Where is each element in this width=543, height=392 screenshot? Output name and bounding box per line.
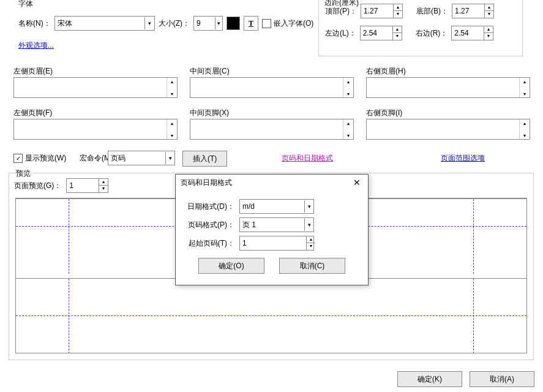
margin-right-spin[interactable]: ▴▾ — [451, 26, 493, 40]
spin-up[interactable]: ▴ — [394, 4, 402, 11]
chevron-down-icon: ▾ — [308, 222, 311, 228]
spin-down[interactable]: ▾ — [393, 33, 402, 39]
page-format-input[interactable] — [240, 219, 304, 231]
appearance-options-link[interactable]: 外观选项... — [18, 40, 54, 51]
right-footer-label: 右侧页脚(I) — [366, 108, 402, 118]
center-header-field[interactable]: ▴▾ — [190, 77, 354, 98]
font-size-label: 大小(Z)： — [159, 18, 190, 29]
show-preview-label: 显示预览(W) — [25, 153, 66, 164]
start-page-input[interactable] — [240, 236, 306, 250]
margin-left-label: 左边(L)： — [325, 28, 356, 39]
center-footer-field[interactable]: ▴▾ — [190, 119, 354, 140]
date-format-label: 日期格式(D)： — [183, 202, 234, 212]
right-footer-input[interactable] — [367, 119, 519, 139]
macro-dropdown-button[interactable]: ▾ — [165, 152, 174, 164]
spin-down[interactable]: ▾ — [394, 11, 402, 17]
left-footer-input[interactable] — [14, 119, 167, 139]
spin-up[interactable]: ▴ — [99, 179, 108, 186]
dialog-ok-button[interactable]: 确定(O) — [198, 258, 264, 274]
left-header-field[interactable]: ▴▾ — [13, 77, 178, 98]
embed-font-checkbox[interactable]: 嵌入字体(O) — [262, 18, 313, 29]
font-name-combo[interactable]: ▾ — [54, 16, 155, 31]
date-format-dropdown-button[interactable]: ▾ — [304, 200, 313, 213]
embed-font-label: 嵌入字体(O) — [274, 18, 313, 29]
margin-left-spin[interactable]: ▴▾ — [360, 26, 402, 40]
macro-input[interactable] — [108, 152, 165, 164]
spin-up[interactable]: ▴ — [307, 236, 315, 243]
dialog-cancel-button[interactable]: 取消(C) — [279, 258, 345, 274]
insert-button[interactable]: 插入(T) — [182, 151, 227, 167]
spin-down[interactable]: ▾ — [167, 132, 177, 139]
font-size-combo[interactable]: ▾ — [193, 16, 223, 31]
spin-down[interactable]: ▾ — [99, 186, 108, 192]
margin-bottom-label: 底部(B)： — [416, 6, 448, 17]
spin-up[interactable]: ▴ — [520, 119, 530, 127]
font-underline-button[interactable]: T — [244, 16, 258, 31]
spin-up[interactable]: ▴ — [484, 26, 493, 33]
spin-down[interactable]: ▾ — [307, 243, 315, 249]
page-preview-spin[interactable]: ▴▾ — [66, 178, 108, 193]
dialog-title: 页码和日期格式 — [181, 178, 232, 188]
margin-top-spin[interactable]: ▴▾ — [361, 4, 403, 18]
margin-bottom-spin[interactable]: ▴▾ — [452, 4, 494, 18]
font-color-swatch[interactable] — [227, 17, 240, 30]
spin-down[interactable]: ▾ — [343, 90, 353, 97]
date-format-combo[interactable]: ▾ — [239, 199, 314, 214]
left-header-input[interactable] — [14, 78, 167, 97]
chevron-down-icon: ▾ — [308, 204, 311, 209]
page-format-combo[interactable]: ▾ — [239, 217, 314, 232]
font-name-dropdown-button[interactable]: ▾ — [144, 17, 154, 29]
font-name-input[interactable] — [55, 17, 145, 29]
page-preview-label: 页面预览(G)： — [14, 181, 61, 191]
spin-up[interactable]: ▴ — [167, 119, 177, 127]
cancel-button[interactable]: 取消(A) — [470, 371, 534, 387]
page-format-dropdown-button[interactable]: ▾ — [304, 219, 313, 231]
date-format-input[interactable] — [240, 200, 304, 213]
page-preview-input[interactable] — [67, 179, 99, 192]
spin-down[interactable]: ▾ — [520, 132, 530, 139]
start-page-spin[interactable]: ▴▾ — [239, 236, 314, 251]
spin-up[interactable]: ▴ — [343, 119, 353, 127]
start-page-label: 起始页码(T)： — [183, 238, 234, 249]
checkbox-box — [262, 19, 271, 28]
margin-right-label: 右边(R)： — [416, 28, 448, 39]
ok-button[interactable]: 确定(K) — [397, 371, 462, 387]
right-header-input[interactable] — [367, 78, 519, 97]
page-format-label: 页码格式(P)： — [183, 220, 234, 230]
margin-bottom-input[interactable] — [452, 4, 484, 18]
checkbox-box: ✓ — [13, 154, 23, 163]
spin-up[interactable]: ▴ — [393, 26, 402, 33]
center-footer-input[interactable] — [190, 119, 343, 139]
spin-down[interactable]: ▾ — [167, 90, 177, 97]
font-group-title: 字体 — [18, 0, 33, 9]
margin-left-input[interactable] — [361, 26, 392, 40]
show-preview-checkbox[interactable]: ✓ 显示预览(W) — [13, 153, 66, 164]
macro-combo[interactable]: ▾ — [108, 151, 175, 165]
page-date-format-link[interactable]: 页码和日期格式 — [282, 153, 333, 164]
spin-up[interactable]: ▴ — [485, 4, 493, 11]
chevron-down-icon: ▾ — [217, 21, 220, 26]
dialog-close-button[interactable]: ✕ — [350, 176, 364, 189]
center-footer-label: 中间页脚(X) — [190, 108, 229, 118]
left-footer-field[interactable]: ▴▾ — [13, 119, 178, 140]
font-size-dropdown-button[interactable]: ▾ — [215, 17, 222, 29]
page-range-options-link[interactable]: 页面范围选项 — [441, 153, 485, 164]
spin-up[interactable]: ▴ — [343, 78, 353, 85]
center-header-input[interactable] — [190, 78, 343, 97]
spin-up[interactable]: ▴ — [520, 78, 530, 85]
margin-right-input[interactable] — [452, 26, 484, 40]
spin-down[interactable]: ▾ — [485, 11, 493, 17]
margin-top-input[interactable] — [361, 4, 393, 18]
font-size-input[interactable] — [194, 17, 215, 29]
spin-down[interactable]: ▾ — [520, 90, 530, 97]
page-date-format-dialog: 页码和日期格式 ✕ 日期格式(D)： ▾ 页码格式(P)： ▾ 起始页码(T)： — [175, 174, 369, 285]
right-footer-field[interactable]: ▴▾ — [366, 119, 530, 140]
spin-up[interactable]: ▴ — [167, 78, 177, 85]
close-icon: ✕ — [353, 178, 361, 187]
spin-down[interactable]: ▾ — [484, 33, 493, 39]
right-header-label: 右侧页眉(H) — [366, 66, 406, 77]
left-header-label: 左侧页眉(E) — [13, 66, 53, 77]
right-header-field[interactable]: ▴▾ — [366, 77, 530, 98]
spin-down[interactable]: ▾ — [343, 132, 353, 139]
margin-top-label: 顶部(P)： — [325, 6, 357, 17]
